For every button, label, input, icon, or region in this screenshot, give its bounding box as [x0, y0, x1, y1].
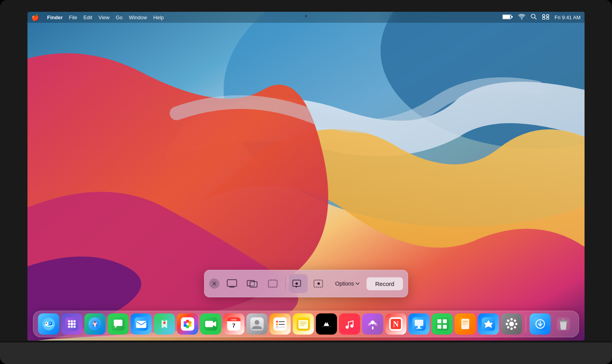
svg-point-26	[46, 323, 47, 324]
dock-item-appletv[interactable]	[316, 313, 337, 335]
svg-point-23	[42, 318, 55, 330]
screenshot-toolbar: Options Record	[204, 270, 408, 297]
svg-point-37	[73, 326, 76, 328]
search-icon[interactable]	[531, 14, 537, 21]
svg-rect-73	[299, 320, 308, 329]
svg-rect-95	[443, 325, 447, 329]
svg-point-109	[514, 326, 516, 329]
dock-item-keynote[interactable]	[408, 313, 430, 335]
dock-item-maps[interactable]	[154, 313, 175, 335]
svg-text:N: N	[393, 320, 399, 328]
svg-rect-88	[415, 320, 423, 326]
svg-rect-94	[437, 325, 441, 329]
close-button[interactable]	[209, 278, 219, 289]
hinge	[0, 341, 612, 342]
menubar: 🍎 Finder File Edit View Go Window Help	[27, 12, 585, 23]
capture-selection-button[interactable]	[263, 274, 282, 293]
dock-item-photos[interactable]	[177, 313, 198, 335]
svg-rect-89	[418, 326, 420, 328]
svg-point-64	[255, 320, 259, 325]
svg-rect-117	[562, 319, 565, 320]
svg-rect-46	[136, 321, 146, 328]
svg-point-104	[510, 318, 513, 320]
svg-text:7: 7	[232, 322, 235, 329]
svg-point-9	[546, 15, 549, 17]
svg-point-8	[543, 15, 545, 17]
svg-rect-83	[372, 326, 373, 329]
svg-point-79	[346, 326, 349, 329]
dock-item-trash[interactable]	[553, 313, 574, 335]
svg-point-106	[506, 323, 508, 325]
menubar-edit[interactable]: Edit	[84, 15, 92, 20]
dock-item-notes[interactable]	[293, 313, 314, 335]
svg-rect-78	[343, 317, 356, 331]
svg-point-51	[188, 321, 191, 324]
record-button[interactable]: Record	[366, 277, 403, 290]
svg-rect-92	[437, 319, 441, 323]
capture-entire-screen-button[interactable]	[222, 274, 241, 293]
options-button[interactable]: Options	[330, 277, 365, 290]
svg-rect-17	[268, 280, 277, 287]
screen: 🍎 Finder File Edit View Go Window Help	[27, 12, 585, 340]
svg-rect-65	[273, 317, 287, 331]
menubar-view[interactable]: View	[98, 15, 109, 20]
dock-item-downloads[interactable]	[530, 313, 551, 335]
menubar-left: 🍎 Finder File Edit View Go Window Help	[31, 14, 164, 21]
dock-item-calendar[interactable]: AUG7	[223, 313, 244, 335]
svg-point-105	[510, 328, 513, 330]
svg-point-68	[276, 324, 278, 326]
dock-item-messages[interactable]	[107, 313, 129, 335]
menubar-go[interactable]: Go	[116, 15, 122, 20]
menubar-help[interactable]: Help	[153, 15, 164, 20]
svg-point-32	[68, 323, 70, 325]
svg-point-35	[68, 326, 70, 328]
menubar-file[interactable]: File	[69, 15, 77, 20]
dock-item-mail[interactable]	[131, 313, 152, 335]
svg-point-29	[68, 320, 70, 322]
svg-point-80	[350, 324, 353, 328]
svg-line-7	[535, 18, 536, 19]
dock-item-facetime[interactable]	[200, 313, 221, 335]
svg-text:AUG: AUG	[231, 318, 237, 321]
svg-point-107	[515, 323, 517, 325]
record-selection-button[interactable]	[309, 274, 328, 293]
laptop-bezel: 🍎 Finder File Edit View Go Window Help	[0, 0, 612, 364]
svg-point-30	[71, 320, 73, 322]
svg-rect-5	[512, 16, 513, 18]
svg-point-11	[546, 17, 549, 20]
dock-item-appstore[interactable]	[478, 313, 499, 335]
menubar-datetime[interactable]: Fri 9:41 AM	[555, 15, 581, 20]
svg-point-110	[514, 319, 516, 322]
dock: AUG7	[33, 311, 579, 337]
dock-item-systemprefs[interactable]	[501, 313, 522, 335]
svg-point-20	[295, 282, 298, 285]
dock-item-finder[interactable]	[38, 313, 59, 335]
svg-rect-4	[503, 15, 510, 18]
dock-item-contacts[interactable]	[246, 313, 268, 335]
dock-item-reminders[interactable]	[270, 313, 291, 335]
svg-point-111	[507, 326, 509, 329]
dock-item-pages[interactable]	[455, 313, 476, 335]
svg-rect-116	[559, 320, 568, 322]
apple-logo-icon[interactable]: 🍎	[31, 14, 39, 21]
svg-point-48	[163, 322, 166, 324]
dock-item-safari[interactable]	[84, 313, 106, 335]
svg-point-10	[543, 17, 545, 20]
dock-item-numbers[interactable]	[432, 313, 453, 335]
svg-rect-90	[416, 328, 422, 329]
control-center-icon[interactable]	[542, 14, 549, 21]
menubar-finder[interactable]: Finder	[47, 15, 63, 20]
menubar-window[interactable]: Window	[129, 15, 147, 20]
svg-point-36	[71, 326, 73, 328]
record-entire-screen-button[interactable]	[289, 274, 308, 293]
laptop-chin	[0, 342, 612, 364]
dock-item-podcasts[interactable]	[362, 313, 383, 335]
svg-point-54	[184, 324, 187, 327]
svg-point-31	[73, 320, 76, 322]
capture-selected-window-button[interactable]	[243, 274, 262, 293]
svg-point-66	[276, 321, 278, 323]
svg-point-55	[184, 321, 187, 324]
dock-item-music[interactable]	[339, 313, 360, 335]
dock-item-news[interactable]: N	[385, 313, 406, 335]
dock-item-launchpad[interactable]	[61, 313, 82, 335]
